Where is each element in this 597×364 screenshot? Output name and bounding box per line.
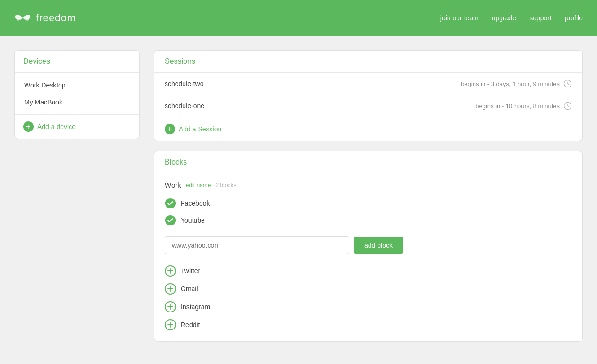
addable-item-instagram-label: Instagram xyxy=(181,303,210,311)
session-row-schedule-one[interactable]: schedule-one begins in - 10 hours, 8 min… xyxy=(154,95,582,117)
plus-circle-icon-twitter xyxy=(165,265,176,277)
blocks-header: Blocks xyxy=(154,151,582,173)
block-group-name: Work xyxy=(165,181,181,189)
header-nav: join our team upgrade support profile xyxy=(440,14,583,22)
session-time-schedule-one: begins in - 10 hours, 8 minutes xyxy=(475,102,572,110)
app-header: freedom join our team upgrade support pr… xyxy=(0,0,597,36)
plus-circle-icon-gmail xyxy=(165,283,176,295)
add-session-label: Add a Session xyxy=(179,125,221,133)
check-circle-icon-facebook xyxy=(165,198,176,209)
addable-item-gmail-label: Gmail xyxy=(181,285,198,293)
upgrade-link[interactable]: upgrade xyxy=(492,14,516,22)
add-device-button[interactable]: + Add a device xyxy=(23,121,76,132)
logo-text: freedom xyxy=(36,12,76,24)
sessions-title: Sessions xyxy=(165,57,195,65)
session-row-schedule-two[interactable]: schedule-two begins in - 3 days, 1 hour,… xyxy=(154,73,582,95)
svg-line-2 xyxy=(568,84,569,85)
main-content: Devices Work Desktop My MacBook + Add a … xyxy=(0,36,597,364)
devices-card: Devices Work Desktop My MacBook + Add a … xyxy=(14,50,140,139)
svg-line-5 xyxy=(568,106,569,107)
add-session-button[interactable]: + Add a Session xyxy=(165,124,221,134)
join-team-link[interactable]: join our team xyxy=(440,14,479,22)
block-group-header: Work edit name 2 blocks xyxy=(165,181,572,189)
add-device-label: Add a device xyxy=(37,123,76,130)
blocks-card: Blocks Work edit name 2 blocks Facebook xyxy=(154,151,583,342)
clock-icon-schedule-one xyxy=(563,102,572,110)
addable-item-twitter-label: Twitter xyxy=(181,267,200,275)
url-input[interactable] xyxy=(165,236,349,254)
addable-item-twitter[interactable]: Twitter xyxy=(165,262,572,280)
sidebar: Devices Work Desktop My MacBook + Add a … xyxy=(14,50,140,139)
block-count: 2 blocks xyxy=(215,182,236,189)
addable-item-reddit-label: Reddit xyxy=(181,321,200,329)
devices-card-footer: + Add a device xyxy=(15,114,139,139)
devices-title: Devices xyxy=(23,57,50,65)
session-name-schedule-one: schedule-one xyxy=(165,102,204,110)
blocked-item-facebook: Facebook xyxy=(165,195,572,212)
add-device-icon: + xyxy=(23,121,34,132)
addable-item-reddit[interactable]: Reddit xyxy=(165,316,572,334)
butterfly-logo-icon xyxy=(14,11,31,25)
device-list: Work Desktop My MacBook xyxy=(15,73,139,114)
add-url-row: add block xyxy=(165,236,572,254)
devices-card-header: Devices xyxy=(15,51,139,73)
session-name-schedule-two: schedule-two xyxy=(165,80,204,87)
device-item-work-desktop[interactable]: Work Desktop xyxy=(15,77,139,94)
add-session-icon: + xyxy=(165,124,175,134)
check-circle-icon-youtube xyxy=(165,215,176,226)
plus-circle-icon-instagram xyxy=(165,301,176,312)
session-time-schedule-two: begins in - 3 days, 1 hour, 9 minutes xyxy=(461,79,572,88)
sessions-header: Sessions xyxy=(154,51,582,73)
device-item-my-macbook[interactable]: My MacBook xyxy=(15,94,139,111)
addable-item-instagram[interactable]: Instagram xyxy=(165,298,572,316)
blocked-item-youtube-label: Youtube xyxy=(181,217,205,224)
blocked-item-facebook-label: Facebook xyxy=(181,199,210,207)
sessions-card: Sessions schedule-two begins in - 3 days… xyxy=(154,50,583,141)
add-block-button[interactable]: add block xyxy=(354,237,403,254)
profile-link[interactable]: profile xyxy=(565,14,583,22)
blocks-content: Work edit name 2 blocks Facebook xyxy=(154,173,582,341)
blocked-item-youtube: Youtube xyxy=(165,212,572,229)
support-link[interactable]: support xyxy=(529,14,552,22)
clock-icon-schedule-two xyxy=(563,79,572,88)
edit-name-link[interactable]: edit name xyxy=(186,182,211,189)
addable-item-gmail[interactable]: Gmail xyxy=(165,280,572,298)
plus-circle-icon-reddit xyxy=(165,319,176,330)
logo-area: freedom xyxy=(14,11,440,25)
blocks-title: Blocks xyxy=(165,158,187,166)
right-panel: Sessions schedule-two begins in - 3 days… xyxy=(154,50,583,342)
add-session-row: + Add a Session xyxy=(154,117,582,141)
